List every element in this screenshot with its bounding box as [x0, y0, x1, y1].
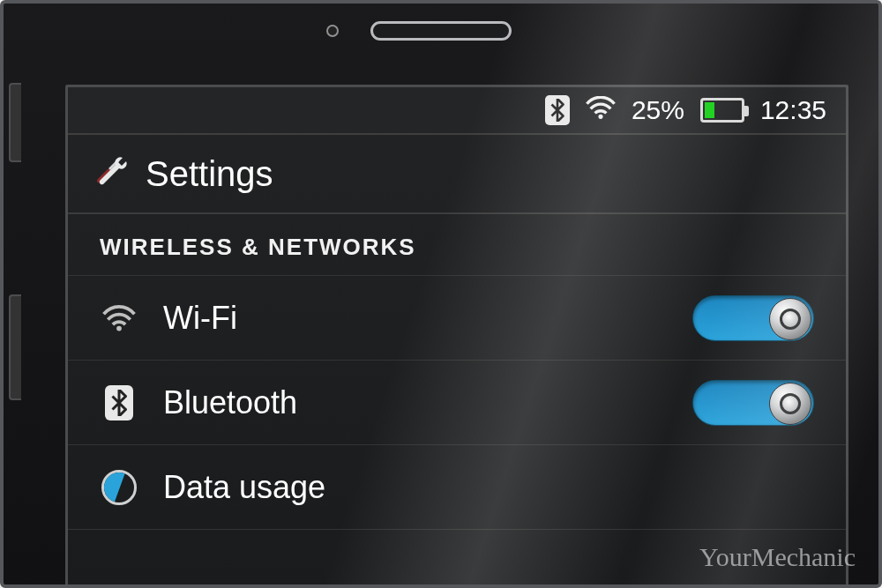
clock-text: 12:35 — [760, 95, 826, 125]
side-buttons — [9, 65, 35, 506]
data-usage-icon — [100, 470, 138, 505]
bluetooth-row[interactable]: Bluetooth — [68, 361, 846, 445]
front-camera — [326, 25, 339, 37]
settings-title: Settings — [146, 154, 273, 194]
wifi-status-icon — [586, 95, 616, 125]
earpiece-speaker — [370, 21, 512, 41]
data-usage-row[interactable]: Data usage — [68, 445, 846, 530]
settings-tools-icon — [93, 154, 128, 193]
battery-percent-text: 25% — [632, 95, 684, 125]
phone-frame: 25% 12:35 Settings WIRELESS & NETWORKS — [0, 0, 882, 588]
wifi-icon — [100, 305, 138, 331]
settings-header: Settings — [68, 135, 846, 214]
wifi-label: Wi-Fi — [163, 300, 668, 337]
bluetooth-label: Bluetooth — [163, 384, 668, 421]
bluetooth-toggle[interactable] — [692, 380, 814, 426]
wifi-row[interactable]: Wi-Fi — [68, 276, 846, 361]
bluetooth-status-icon — [545, 95, 570, 125]
svg-point-3 — [116, 325, 122, 331]
bluetooth-icon — [100, 385, 138, 421]
status-bar: 25% 12:35 — [68, 87, 846, 135]
battery-icon — [700, 98, 744, 123]
wifi-toggle[interactable] — [692, 295, 814, 341]
svg-point-0 — [598, 115, 602, 119]
screen: 25% 12:35 Settings WIRELESS & NETWORKS — [65, 85, 848, 584]
wireless-networks-section-label: WIRELESS & NETWORKS — [68, 214, 846, 276]
data-usage-label: Data usage — [163, 469, 814, 506]
